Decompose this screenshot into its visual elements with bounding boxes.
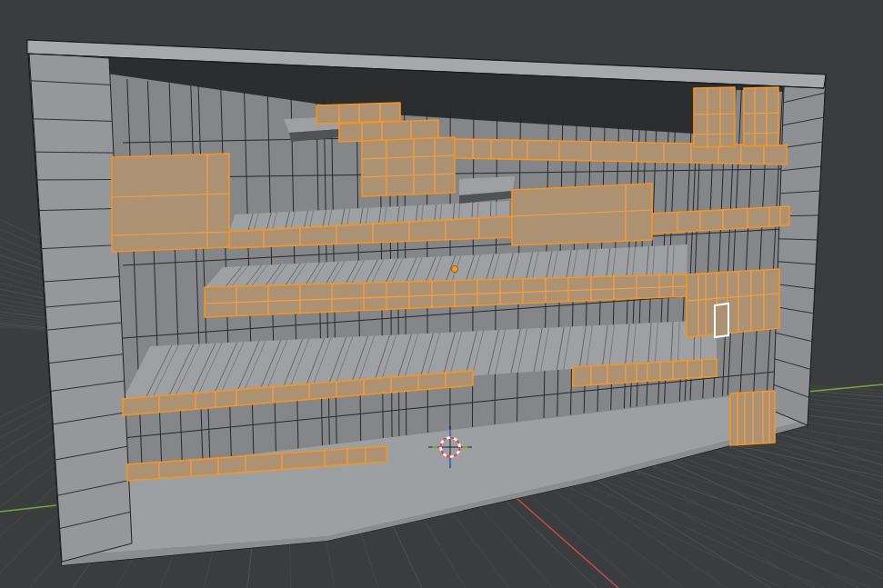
selected-face-wall-block-right-2 <box>744 87 778 146</box>
selected-face-step-block-top <box>316 103 400 124</box>
selected-face-left-wall-patch <box>112 154 229 252</box>
selected-face-block-mid-right <box>512 184 652 245</box>
viewport[interactable] <box>0 0 883 588</box>
active-face[interactable] <box>715 304 728 337</box>
selected-face-right-wall-patch <box>687 269 779 337</box>
selected-face-step-block-main <box>362 137 455 196</box>
active-face-outline <box>715 304 728 337</box>
viewport-canvas[interactable] <box>0 0 883 588</box>
object-origin-dot <box>451 265 457 272</box>
selected-face-wall-block-right-1 <box>694 87 735 147</box>
